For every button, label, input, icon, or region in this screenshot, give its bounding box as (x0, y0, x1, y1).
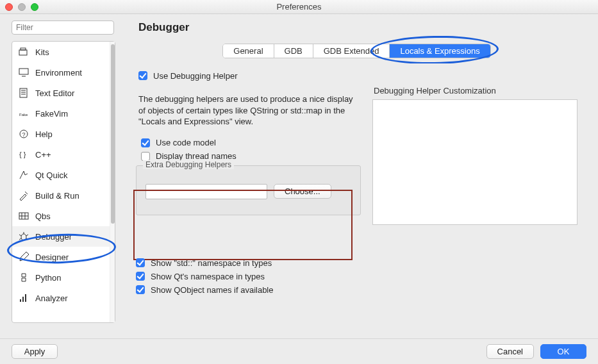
pencil-icon (19, 252, 29, 262)
document-icon (19, 88, 29, 98)
sidebar-item-label: Debugger (35, 232, 72, 242)
sidebar-item-analyzer[interactable]: Analyzer (12, 288, 110, 308)
extra-helpers-row: Choose... (145, 184, 351, 199)
sidebar-item-qtquick[interactable]: Qt Quick (12, 165, 110, 185)
braces-icon: { } (19, 149, 29, 160)
svg-text:{ }: { } (19, 151, 26, 158)
tab-group: General GDB GDB Extended Locals & Expres… (222, 44, 490, 58)
sidebar-item-label: Environment (35, 68, 82, 78)
show-qobject-label: Show QObject names if available (151, 285, 273, 295)
apply-button[interactable]: Apply (12, 344, 58, 359)
hammer-icon (19, 190, 29, 201)
sidebar-item-label: Text Editor (35, 88, 74, 98)
show-qobject-checkbox[interactable] (136, 285, 145, 294)
options-panel: Use Debugging Helper The debugging helpe… (127, 63, 586, 243)
sidebar-item-help[interactable]: ? Help (12, 124, 110, 144)
sidebar-item-label: C++ (35, 150, 51, 160)
right-column: Debugging Helper Customization (372, 86, 577, 225)
svg-rect-1 (21, 48, 26, 50)
titlebar: Preferences (0, 0, 598, 14)
fakevim-icon: Fake (19, 108, 29, 119)
svg-line-17 (19, 235, 21, 236)
tabstrip: General GDB GDB Extended Locals & Expres… (127, 44, 586, 58)
svg-rect-22 (20, 299, 21, 302)
sidebar-item-fakevim[interactable]: Fake FakeVim (12, 103, 110, 124)
content-area: General GDB GDB Extended Locals & Expres… (127, 41, 586, 323)
svg-line-20 (26, 238, 28, 240)
monitor-icon (19, 67, 29, 78)
show-qobject-row[interactable]: Show QObject names if available (133, 283, 585, 296)
svg-rect-0 (19, 50, 27, 55)
extra-helpers-input[interactable] (145, 184, 267, 199)
two-column-area: The debugging helpers are used to produc… (136, 86, 577, 225)
sidebar-item-python[interactable]: Python (12, 267, 110, 288)
use-debugging-helper-label: Use Debugging Helper (153, 71, 238, 81)
use-code-model-row[interactable]: Use code model (138, 136, 361, 149)
sidebar-item-text-editor[interactable]: Text Editor (12, 83, 110, 103)
sidebar-item-cpp[interactable]: { } C++ (12, 144, 110, 165)
window-title: Preferences (0, 2, 598, 12)
choose-button[interactable]: Choose... (274, 184, 331, 199)
scrollbar-thumb[interactable] (111, 44, 115, 224)
tab-locals-expressions[interactable]: Locals & Expressions (390, 44, 490, 58)
sidebar-item-label: Designer (35, 252, 69, 262)
arrow-icon (19, 170, 29, 180)
helper-description: The debugging helpers are used to produc… (138, 94, 358, 128)
sidebar-item-label: Python (35, 273, 61, 283)
cancel-button[interactable]: Cancel (486, 344, 534, 359)
sidebar-item-qbs[interactable]: Qbs (12, 206, 110, 226)
svg-line-19 (19, 238, 21, 240)
main-area: Kits Environment Text Editor Fake FakeVi… (0, 37, 598, 329)
extra-helpers-fieldset: Extra Debugging Helpers Choose... (136, 165, 361, 215)
filter-input[interactable] (12, 21, 114, 35)
python-icon (19, 272, 29, 283)
page-title: Debugger (138, 21, 189, 34)
sidebar-item-debugger[interactable]: Debugger (12, 226, 110, 247)
use-code-model-checkbox[interactable] (141, 138, 150, 147)
footer: Apply Cancel OK (0, 338, 598, 364)
show-qt-checkbox[interactable] (136, 272, 145, 281)
bug-icon (19, 231, 29, 242)
left-column: The debugging helpers are used to produc… (136, 86, 361, 225)
sidebar-item-environment[interactable]: Environment (12, 62, 110, 83)
sidebar-item-kits[interactable]: Kits (12, 42, 110, 62)
sidebar-item-build-run[interactable]: Build & Run (12, 185, 110, 206)
svg-point-16 (21, 234, 26, 240)
svg-rect-23 (22, 297, 24, 302)
header-row: Debugger (0, 14, 598, 37)
svg-rect-4 (20, 88, 27, 97)
sidebar-scrollbar[interactable] (110, 42, 115, 322)
sidebar-item-label: Qbs (35, 211, 51, 221)
help-icon: ? (19, 129, 29, 139)
kits-icon (19, 47, 29, 57)
customization-textarea[interactable] (372, 99, 577, 225)
tab-gdb[interactable]: GDB (274, 44, 313, 58)
svg-text:?: ? (22, 131, 26, 138)
use-code-model-label: Use code model (156, 138, 216, 147)
tab-gdb-extended[interactable]: GDB Extended (313, 44, 390, 58)
svg-rect-24 (25, 294, 26, 302)
show-std-row[interactable]: Show "std::" namespace in types (133, 256, 585, 269)
sidebar-item-label: Help (35, 129, 53, 139)
show-qt-row[interactable]: Show Qt's namespace in types (133, 270, 585, 283)
below-panel-checks: Show "std::" namespace in types Show Qt'… (133, 256, 585, 297)
grid-icon (19, 211, 29, 221)
show-std-checkbox[interactable] (136, 258, 145, 267)
sidebar-item-label: FakeVim (35, 109, 68, 119)
sidebar-item-label: Analyzer (35, 294, 68, 303)
svg-rect-2 (19, 69, 28, 74)
sidebar-item-label: Qt Quick (35, 170, 68, 180)
extra-helpers-title: Extra Debugging Helpers (143, 160, 234, 169)
show-std-label: Show "std::" namespace in types (151, 258, 272, 268)
display-thread-names-checkbox[interactable] (141, 152, 150, 161)
use-debugging-helper-row[interactable]: Use Debugging Helper (136, 69, 577, 82)
use-debugging-helper-checkbox[interactable] (138, 71, 147, 80)
svg-line-18 (26, 235, 28, 236)
ok-button[interactable]: OK (540, 344, 586, 359)
svg-text:Fake: Fake (19, 113, 28, 117)
sidebar-item-designer[interactable]: Designer (12, 247, 110, 267)
show-qt-label: Show Qt's namespace in types (151, 272, 265, 281)
tab-general[interactable]: General (223, 44, 274, 58)
customization-title: Debugging Helper Customization (374, 86, 577, 95)
sidebar-item-label: Build & Run (35, 191, 79, 201)
